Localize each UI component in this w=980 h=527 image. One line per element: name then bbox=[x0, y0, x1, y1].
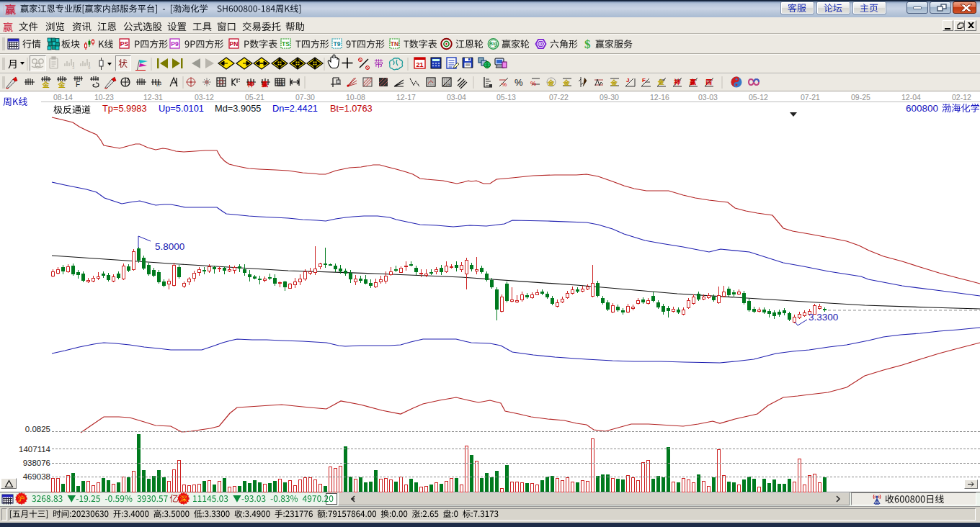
svg-text:1407114: 1407114 bbox=[19, 445, 51, 454]
svg-text:金: 金 bbox=[657, 78, 665, 86]
svg-text:0.0825: 0.0825 bbox=[25, 425, 50, 433]
svg-text:600800: 600800 bbox=[906, 103, 938, 114]
svg-text:金: 金 bbox=[42, 81, 50, 89]
svg-text:金: 金 bbox=[547, 78, 555, 86]
svg-text:赢: 赢 bbox=[261, 81, 268, 88]
svg-text:03-12: 03-12 bbox=[195, 93, 214, 102]
svg-text:J: J bbox=[626, 77, 629, 84]
svg-text:神: 神 bbox=[673, 78, 680, 86]
svg-text:9: 9 bbox=[88, 66, 91, 70]
svg-text:Bt=1.0763: Bt=1.0763 bbox=[330, 103, 373, 114]
svg-text:12-16: 12-16 bbox=[650, 93, 669, 102]
svg-text:123: 123 bbox=[277, 83, 284, 87]
svg-text:12-31: 12-31 bbox=[143, 93, 163, 102]
svg-text:n²: n² bbox=[156, 81, 161, 88]
svg-text:02-12: 02-12 bbox=[952, 93, 971, 102]
svg-text:08-14: 08-14 bbox=[53, 93, 73, 102]
svg-text:%: % bbox=[514, 77, 523, 88]
svg-text:5.8000: 5.8000 bbox=[155, 241, 184, 252]
svg-text:09-25: 09-25 bbox=[851, 93, 870, 102]
svg-text:07-30: 07-30 bbox=[295, 93, 315, 102]
svg-text:05-13: 05-13 bbox=[496, 93, 516, 102]
svg-text:12-17: 12-17 bbox=[396, 93, 416, 102]
svg-text:四: 四 bbox=[705, 78, 712, 86]
svg-text:PN: PN bbox=[230, 40, 239, 48]
svg-text:Up=5.0101: Up=5.0101 bbox=[159, 103, 204, 114]
svg-text:Tp=5.9983: Tp=5.9983 bbox=[102, 103, 147, 114]
svg-text:%: % bbox=[530, 80, 536, 87]
svg-text:05-12: 05-12 bbox=[749, 93, 768, 102]
svg-text:07-21: 07-21 bbox=[801, 93, 820, 102]
svg-text:P9: P9 bbox=[171, 40, 179, 48]
svg-text:10-08: 10-08 bbox=[346, 93, 365, 102]
svg-text:03-04: 03-04 bbox=[447, 93, 466, 102]
svg-text:金: 金 bbox=[563, 78, 571, 86]
svg-text:12-04: 12-04 bbox=[901, 93, 921, 102]
svg-text:T9: T9 bbox=[334, 40, 341, 48]
svg-text:金: 金 bbox=[58, 81, 66, 89]
svg-text:10-23: 10-23 bbox=[94, 93, 114, 102]
svg-text:F: F bbox=[76, 81, 80, 89]
svg-text:03-03: 03-03 bbox=[698, 93, 718, 102]
svg-text:TS: TS bbox=[282, 40, 290, 48]
svg-text:21: 21 bbox=[416, 61, 423, 68]
svg-text:09-30: 09-30 bbox=[600, 93, 619, 102]
svg-text:123: 123 bbox=[444, 83, 450, 87]
svg-text:F: F bbox=[642, 77, 646, 84]
svg-text:Dn=2.4421: Dn=2.4421 bbox=[272, 103, 318, 114]
svg-text:PS: PS bbox=[120, 40, 129, 48]
svg-text:神: 神 bbox=[246, 81, 254, 88]
svg-text:05-21: 05-21 bbox=[245, 93, 264, 102]
svg-text:金: 金 bbox=[610, 78, 618, 86]
svg-text:938076: 938076 bbox=[23, 459, 50, 467]
svg-text:469038: 469038 bbox=[23, 472, 50, 481]
svg-text:3.3300: 3.3300 bbox=[808, 312, 838, 323]
svg-text:赢: 赢 bbox=[689, 78, 696, 86]
svg-text:Big: Big bbox=[489, 41, 497, 47]
svg-text:$: $ bbox=[584, 37, 591, 51]
svg-text:07-22: 07-22 bbox=[549, 93, 569, 102]
svg-text:Md=3.9055: Md=3.9055 bbox=[215, 103, 261, 114]
svg-text:3: 3 bbox=[72, 66, 75, 70]
svg-text:%: % bbox=[502, 81, 507, 88]
svg-text:TN: TN bbox=[391, 40, 398, 48]
